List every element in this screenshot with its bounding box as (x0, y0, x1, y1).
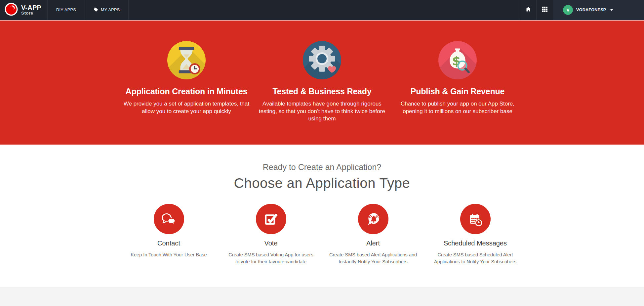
type-label: Scheduled Messages (428, 240, 522, 247)
brand-subtitle: Store (21, 11, 41, 16)
type-description: Create SMS based Alert Applications and … (329, 251, 418, 265)
type-label: Contact (122, 240, 216, 247)
brand-title: V-APP (21, 4, 41, 11)
feature-description: We provide you a set of application temp… (120, 100, 253, 115)
navbar-right-group: V VODAFONESP (520, 0, 644, 20)
feature-card-revenue: $ Publish & Gain Revenue Chance to publi… (390, 41, 525, 145)
choose-subtitle: Ready to Create an Application? (0, 162, 644, 172)
type-card-alert[interactable]: Alert Create SMS based Alert Application… (326, 204, 420, 265)
gear-heart-icon (303, 41, 341, 79)
footer-bar (0, 287, 644, 306)
apps-grid-icon (542, 6, 548, 14)
apps-grid-button[interactable] (536, 0, 553, 20)
nav-item-label: DIY APPS (56, 8, 76, 12)
user-menu[interactable]: V VODAFONESP (553, 0, 644, 20)
checkbox-check-icon (256, 204, 286, 234)
choose-title: Choose an Application Type (0, 175, 644, 191)
page: V-APP Store DIY APPS MY APPS (0, 0, 644, 306)
top-navbar: V-APP Store DIY APPS MY APPS (0, 0, 644, 20)
type-label: Vote (224, 240, 318, 247)
feature-card-creation: Application Creation in Minutes We provi… (119, 41, 254, 145)
app-type-row: Contact Keep In Touch With Your User Bas… (0, 204, 644, 265)
chat-bubbles-icon (154, 204, 184, 234)
feature-description: Chance to publish your app on our App St… (391, 100, 524, 115)
hero-section: Application Creation in Minutes We provi… (0, 21, 644, 145)
hourglass-clock-icon (167, 41, 206, 79)
calendar-clock-icon (460, 204, 491, 234)
feature-title: Tested & Business Ready (254, 87, 390, 96)
type-card-contact[interactable]: Contact Keep In Touch With Your User Bas… (122, 204, 216, 265)
nav-item-label: MY APPS (101, 8, 120, 12)
tag-icon (94, 7, 98, 13)
user-name: VODAFONESP (576, 8, 606, 12)
feature-title: Publish & Gain Revenue (390, 87, 525, 96)
caret-down-icon (610, 9, 613, 11)
nav-item-diy-apps[interactable]: DIY APPS (47, 0, 85, 20)
nav-item-my-apps[interactable]: MY APPS (85, 0, 129, 20)
brand-text: V-APP Store (21, 4, 41, 16)
feature-title: Application Creation in Minutes (119, 87, 254, 96)
alert-bell-icon (358, 204, 388, 234)
type-card-vote[interactable]: Vote Create SMS based Voting App for use… (224, 204, 318, 265)
type-description: Keep In Touch With Your User Base (125, 251, 213, 258)
feature-card-tested: Tested & Business Ready Available templa… (254, 41, 390, 145)
money-bag-icon: $ (438, 41, 477, 79)
home-button[interactable] (520, 0, 536, 20)
brand-logo[interactable]: V-APP Store (0, 0, 47, 20)
feature-description: Available templates have gone through ri… (256, 100, 388, 123)
vodafone-logo-icon (5, 3, 18, 17)
home-icon (525, 6, 531, 14)
avatar: V (563, 5, 573, 15)
type-description: Create SMS based Voting App for users to… (227, 251, 315, 265)
type-description: Create SMS based Scheduled Alert Applica… (431, 251, 520, 265)
choose-section: Ready to Create an Application? Choose a… (0, 145, 644, 287)
type-card-scheduled-messages[interactable]: Scheduled Messages Create SMS based Sche… (428, 204, 522, 265)
type-label: Alert (326, 240, 420, 247)
